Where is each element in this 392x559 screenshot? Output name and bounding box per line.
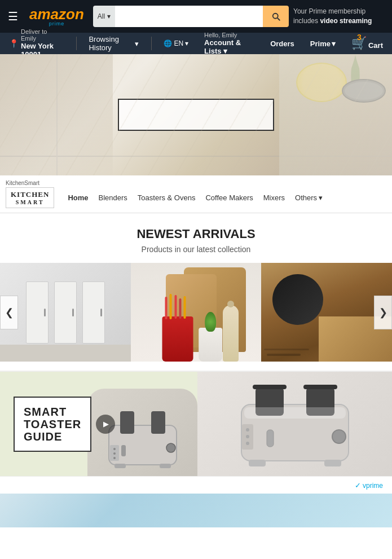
others-dropdown-icon: ▾ <box>319 193 323 202</box>
play-button[interactable] <box>96 415 115 434</box>
svg-rect-19 <box>303 385 337 389</box>
toaster-guide-section: SMART TOASTER GUIDE <box>0 371 392 476</box>
carousel-image-utensils[interactable] <box>131 263 262 362</box>
cart-count-badge: 3 <box>357 33 362 42</box>
amazon-wordmark: amazon <box>29 7 84 21</box>
product-carousel: ❮ <box>0 263 392 362</box>
svg-point-27 <box>246 442 249 445</box>
brand-nav-others[interactable]: Others ▾ <box>295 193 323 202</box>
search-category-dropdown[interactable]: All ▾ <box>93 6 115 27</box>
browsing-history-button[interactable]: Browsing History ▾ <box>85 33 142 54</box>
brand-nav-home[interactable]: Home <box>68 193 88 202</box>
cabinet-door-1 <box>26 281 49 344</box>
globe-icon: 🌐 <box>164 39 172 47</box>
svg-rect-14 <box>121 445 126 456</box>
utensil-2 <box>169 294 171 319</box>
newest-arrivals-title: NEWEST ARRIVALS <box>0 227 392 241</box>
vprime-badge: ✓ vprime <box>355 481 383 490</box>
svg-point-13 <box>113 457 116 459</box>
svg-rect-7 <box>114 464 126 468</box>
hamburger-menu-icon[interactable]: ☰ <box>6 7 20 25</box>
utensils-scene <box>131 263 262 362</box>
svg-point-12 <box>113 452 116 455</box>
orders-button[interactable]: Orders <box>267 37 298 50</box>
cabinet-doors <box>24 279 107 346</box>
wood-surface <box>261 263 392 362</box>
carousel-image-kitchen[interactable] <box>0 263 131 362</box>
utensil-1 <box>165 297 167 319</box>
utensil-4 <box>179 298 181 319</box>
brand-logo-row: KITCHEN SMART Home Blenders Toasters & O… <box>6 187 386 208</box>
utensil-3 <box>174 295 177 319</box>
hero-banner <box>0 54 392 175</box>
svg-rect-20 <box>244 407 346 419</box>
vprime-check-icon: ✓ <box>355 481 361 490</box>
counter-top <box>0 345 131 362</box>
brand-nav-blenders[interactable]: Blenders <box>99 193 127 202</box>
toaster-small-svg <box>98 403 188 476</box>
toaster-large-svg <box>233 373 357 475</box>
account-menu[interactable]: Hello, Emily Account & Lists ▾ <box>201 29 258 58</box>
carousel-right-arrow[interactable]: ❯ <box>374 296 392 329</box>
dark-round-board <box>272 274 323 325</box>
vprime-footer: ✓ vprime <box>0 476 392 494</box>
prime-message: Your Prime membership includes video str… <box>293 7 386 26</box>
newest-arrivals-subtitle: Products in our latest collection <box>0 245 392 254</box>
wood-grain-2 <box>264 349 309 350</box>
svg-point-23 <box>332 430 346 443</box>
svg-rect-1 <box>56 54 58 175</box>
brand-small-label: KitchenSmart <box>6 180 386 186</box>
toaster-guide-right <box>197 372 392 476</box>
dropdown-arrow-icon: ▾ <box>107 12 111 20</box>
language-selector[interactable]: 🌐 EN ▾ <box>160 37 192 50</box>
svg-rect-6 <box>151 411 165 434</box>
toaster-guide-text-box: SMART TOASTER GUIDE <box>14 397 91 452</box>
bottle-cap <box>227 301 234 307</box>
chevron-down-icon: ▾ <box>135 39 139 48</box>
search-icon <box>271 11 281 21</box>
nav-divider <box>76 37 77 50</box>
brand-nav-links: Home Blenders Toasters & Ovens Coffee Ma… <box>68 193 323 202</box>
svg-rect-8 <box>160 464 171 468</box>
vprime-label: vprime <box>363 482 383 490</box>
cart-label: Cart <box>368 41 383 50</box>
prime-dropdown-icon: ▾ <box>332 39 336 48</box>
prime-button[interactable]: Prime ▾ <box>307 37 339 50</box>
bottom-image-strip <box>0 494 392 527</box>
amazon-logo[interactable]: amazon prime <box>25 5 89 29</box>
svg-point-26 <box>246 435 249 438</box>
carousel-image-wood[interactable] <box>261 263 392 362</box>
brand-nav-toasters[interactable]: Toasters & Ovens <box>138 193 196 202</box>
brand-nav-coffee[interactable]: Coffee Makers <box>205 193 253 202</box>
newest-arrivals-section: NEWEST ARRIVALS Products in our latest c… <box>0 213 392 371</box>
brand-nav-mixers[interactable]: Mixers <box>263 193 285 202</box>
cabinet-door-3 <box>82 281 105 344</box>
secondary-navigation: 📍 Deliver to Emily New York 10001 Browsi… <box>0 33 392 54</box>
wood-grain-1 <box>267 354 301 356</box>
brand-logo[interactable]: KITCHEN SMART <box>6 187 54 208</box>
bottle <box>223 305 239 362</box>
toaster-guide-title: SMART TOASTER GUIDE <box>24 406 81 443</box>
hero-right-decoration <box>279 54 392 175</box>
location-pin-icon: 📍 <box>9 39 19 48</box>
brand-navigation: KitchenSmart KITCHEN SMART Home Blenders… <box>0 175 392 213</box>
search-bar: All ▾ <box>93 6 289 27</box>
nav-divider-2 <box>151 37 152 50</box>
search-input[interactable] <box>115 6 263 27</box>
cart-button[interactable]: 3 🛒 Cart <box>348 34 386 53</box>
brand-kitchen-text: KITCHEN <box>11 190 49 199</box>
bottom-strip <box>0 494 392 527</box>
utensil-5 <box>183 296 186 319</box>
svg-rect-5 <box>120 411 134 434</box>
plant-leaves <box>205 312 216 332</box>
carousel-left-arrow[interactable]: ❮ <box>0 296 18 329</box>
cabinet-door-2 <box>54 281 77 344</box>
vase <box>199 328 222 362</box>
svg-point-25 <box>246 428 249 432</box>
svg-rect-21 <box>249 460 266 466</box>
search-button[interactable] <box>263 6 289 27</box>
svg-rect-22 <box>324 460 341 466</box>
toaster-guide-left: SMART TOASTER GUIDE <box>0 372 197 476</box>
svg-point-11 <box>113 448 116 450</box>
svg-rect-18 <box>253 385 287 389</box>
